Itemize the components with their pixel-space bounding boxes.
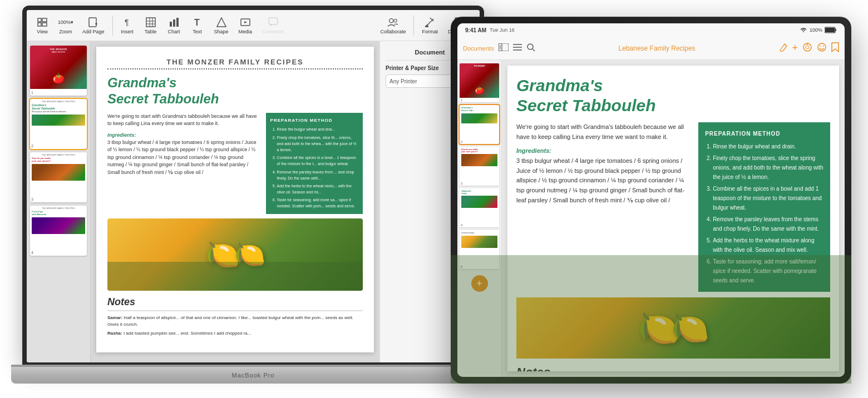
mac-prep-step-4: Remove the parsley leaves from ... and c… xyxy=(277,169,358,181)
toolbar-collaborate[interactable]: Collaborate xyxy=(376,14,410,37)
toolbar-insert-label: Insert xyxy=(121,29,134,34)
mac-rasha-name: Rasha: xyxy=(107,331,122,336)
battery-icon xyxy=(825,27,837,33)
ipad-prep-step-5: Add the herbs to the wheat mixture along… xyxy=(713,236,823,255)
toolbar-sep-2 xyxy=(413,16,414,36)
ipad-prep-step-4: Remove the parsley leaves from the stems… xyxy=(713,215,823,233)
ipad-doc-title: Lebanese Family Recipes xyxy=(619,44,696,52)
ipad-recipe-heading: Grandma's Secret Tabbouleh xyxy=(516,76,830,116)
svg-point-45 xyxy=(806,46,809,49)
ipad-pencil-icon[interactable] xyxy=(779,43,788,53)
toolbar-text-label: Text xyxy=(193,29,202,34)
toolbar-view[interactable]: View xyxy=(31,14,53,37)
ipad-thumb-num-4: 4 xyxy=(461,223,462,227)
ipad-prep-title: PREPARATION METHOD xyxy=(705,129,823,138)
toolbar-insert[interactable]: ¶ Insert xyxy=(116,14,139,37)
toolbar-media[interactable]: Media xyxy=(234,14,257,37)
svg-point-46 xyxy=(807,43,808,45)
ipad-document-page: Grandma's Secret Tabbouleh We're going t… xyxy=(507,66,839,371)
ipad-ing-label: Ingredients: xyxy=(516,147,692,154)
table-icon xyxy=(145,17,156,28)
ipad-thumb-3[interactable]: How do you makeyour own spices? 3 xyxy=(460,147,499,186)
mac-rasha-text: I add toasted pumpkin see... end. Someti… xyxy=(124,331,251,336)
ipad-thumb-4[interactable]: Tabboulehrecipe 4 xyxy=(460,188,499,227)
ipad-thumb-num-2: 2 xyxy=(461,140,462,143)
mac-thumb-page-3[interactable]: THE MONZER FAMILY RECIPES How do you mak… xyxy=(30,152,87,202)
ipad-thumb-num-1: 1 xyxy=(461,98,462,102)
toolbar-media-label: Media xyxy=(239,29,253,34)
svg-point-47 xyxy=(818,43,826,51)
ipad-thumb-2[interactable]: Grandma'sSecret Tab... 2 xyxy=(460,105,499,144)
toolbar-table[interactable]: Table xyxy=(140,14,162,37)
toolbar-sep-1 xyxy=(112,16,113,36)
mac-prep-step-1: Rinse the bulgur wheat and drai... xyxy=(277,126,358,132)
mac-prep-step-3: Combine all the spices in a bowl... 1 te… xyxy=(277,155,358,167)
mac-document-page: THE MONZER FAMILY RECIPES Grandma's Secr… xyxy=(96,47,374,352)
ipad-pages-area: THE MONZER 🍅 1 Grandma'sSecret Tab... xyxy=(457,60,845,377)
toolbar-shape[interactable]: Shape xyxy=(210,14,233,37)
svg-point-49 xyxy=(823,46,824,47)
mac-intro-text: We're going to start with Grandma's tabb… xyxy=(107,113,260,128)
collaborate-icon xyxy=(387,17,398,28)
toolbar-table-label: Table xyxy=(145,29,157,34)
toolbar-add-page[interactable]: Add Page xyxy=(78,14,109,37)
toolbar-text[interactable]: T Text xyxy=(186,14,209,37)
svg-rect-1 xyxy=(42,18,47,22)
ipad-statusbar: 9:41 AM Tue Jun 16 100% xyxy=(457,23,845,37)
ipad-share-icon[interactable] xyxy=(802,42,812,54)
ipad-screen: 9:41 AM Tue Jun 16 100% Documents xyxy=(457,23,845,377)
mac-thumb-page-2[interactable]: THE MONZER FAMILY RECIPES Grandma'sSecre… xyxy=(30,99,87,149)
mac-lemons-image: 🍋 🍋 xyxy=(107,218,363,291)
ipad-prep-step-2: Finely chop the tomatoes, slice the spri… xyxy=(713,153,823,182)
toolbar-add-page-label: Add Page xyxy=(82,29,105,34)
ipad-search-icon[interactable] xyxy=(526,43,535,53)
macbook-screen: View 100%▾ Zoom Add Page xyxy=(27,10,480,362)
svg-rect-3 xyxy=(42,23,47,26)
toolbar-comment-label: Comment xyxy=(262,29,284,34)
svg-rect-2 xyxy=(38,23,41,26)
ipad-main-document: Grandma's Secret Tabbouleh We're going t… xyxy=(502,60,845,377)
ipad-lemons-image: 🍋 🍋 xyxy=(516,297,830,359)
mac-notes-rasha: Rasha: I add toasted pumpkin see... end.… xyxy=(107,330,363,337)
ipad-sidebar-icon[interactable] xyxy=(499,43,509,53)
ipad-emoji-icon[interactable] xyxy=(817,42,827,54)
ipad-list-icon[interactable] xyxy=(513,43,522,53)
mac-thumb-num-2: 2 xyxy=(31,144,33,148)
mac-thumb-num-3: 3 xyxy=(31,197,33,201)
mac-thumb-page-4[interactable]: THE MONZER FAMILY RECIPES Fresh Figswith… xyxy=(30,206,87,256)
ipad-documents-btn[interactable]: Documents xyxy=(463,45,494,52)
mac-thumb-page-1[interactable]: THE MONZER FAMILY RECIPES 🍅 1 xyxy=(30,46,87,96)
toolbar-comment[interactable]: Comment xyxy=(258,14,288,37)
svg-rect-15 xyxy=(176,18,179,27)
scene: View 100%▾ Zoom Add Page xyxy=(0,0,868,398)
toolbar-chart[interactable]: Chart xyxy=(163,14,185,37)
mac-title-divider xyxy=(107,68,363,69)
mac-toolbar: View 100%▾ Zoom Add Page xyxy=(27,10,480,41)
mac-samar-text: Half a teaspoon of allspice... of that a… xyxy=(107,315,353,327)
mac-doc-title: THE MONZER FAMILY RECIPES xyxy=(107,58,363,66)
svg-point-22 xyxy=(389,18,393,22)
macbook-screen-outer: View 100%▾ Zoom Add Page xyxy=(22,6,484,365)
ipad-thumb-1[interactable]: THE MONZER 🍅 1 xyxy=(460,63,499,102)
svg-text:T: T xyxy=(194,18,200,27)
toolbar-shape-label: Shape xyxy=(214,29,229,34)
mac-col-right: PREPARATION METHOD Rinse the bulgur whea… xyxy=(266,113,363,214)
insert-icon: ¶ xyxy=(122,17,133,28)
svg-rect-14 xyxy=(173,19,175,27)
toolbar-collaborate-label: Collaborate xyxy=(380,29,406,34)
ipad-date: Tue Jun 16 xyxy=(490,27,515,33)
chart-icon xyxy=(169,17,180,28)
ipad-bookmark-icon[interactable] xyxy=(831,42,839,54)
view-icon xyxy=(37,17,48,28)
svg-point-48 xyxy=(820,46,821,47)
ipad-ing-text: 3 tbsp bulgur wheat / 4 large ripe tomat… xyxy=(516,156,692,205)
svg-rect-4 xyxy=(89,18,96,27)
toolbar-view-label: View xyxy=(37,29,47,34)
ipad-add-icon[interactable]: + xyxy=(792,42,798,54)
toolbar-zoom[interactable]: 100%▾ Zoom xyxy=(55,14,77,37)
toolbar-format[interactable]: Format xyxy=(417,14,442,37)
mac-samar-name: Samar: xyxy=(107,315,122,320)
add-page-icon xyxy=(88,17,99,28)
toolbar-zoom-label: Zoom xyxy=(59,29,72,34)
macbook-base: MacBook Pro xyxy=(11,367,495,384)
